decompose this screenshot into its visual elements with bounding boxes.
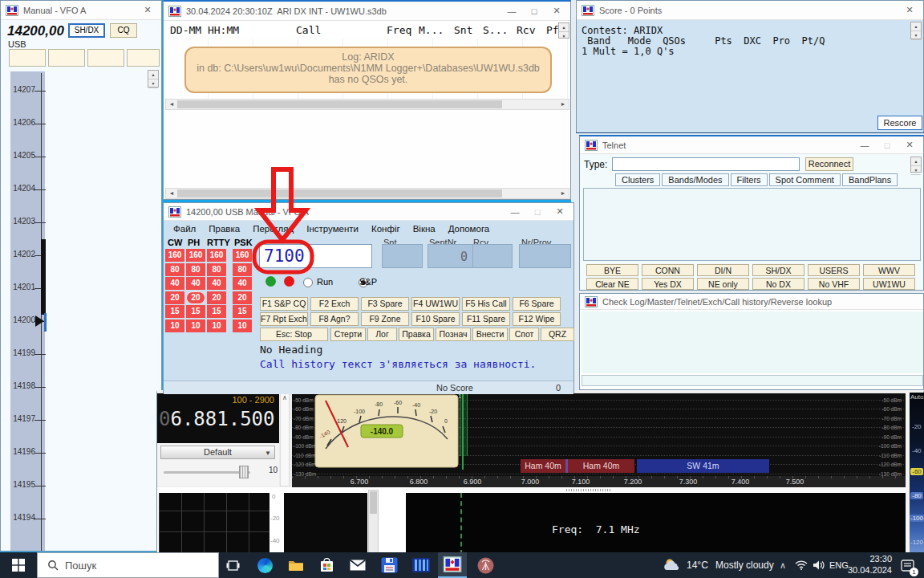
vfo-memo-box[interactable] bbox=[48, 49, 85, 67]
band-button-psk-15[interactable]: 15 bbox=[233, 305, 252, 318]
store-button[interactable]: Внести bbox=[472, 328, 508, 341]
band-button-cw-40[interactable]: 40 bbox=[165, 277, 184, 290]
f2-button[interactable]: F2 Exch bbox=[310, 297, 359, 311]
check-pane-history[interactable] bbox=[906, 311, 923, 373]
band-button-cw-20[interactable]: 20 bbox=[165, 291, 184, 304]
log-titlebar[interactable]: 30.04.2024 20:30:10Z ARI DX INT - UW1WU.… bbox=[164, 2, 570, 21]
edge-browser-button[interactable] bbox=[253, 552, 276, 578]
menu-file[interactable]: Файл bbox=[173, 224, 196, 234]
band-button-ph-80[interactable]: 80 bbox=[186, 263, 205, 276]
band-button-ph-160[interactable]: 160 bbox=[186, 249, 205, 262]
f5-button[interactable]: F5 His Call bbox=[462, 297, 510, 311]
band-button-rtty-15[interactable]: 15 bbox=[207, 305, 226, 318]
telnet-type-input[interactable] bbox=[612, 157, 800, 171]
check-pane-master[interactable] bbox=[662, 311, 743, 373]
log-column[interactable]: Freq bbox=[387, 24, 411, 36]
band-button-cw-160[interactable]: 160 bbox=[165, 249, 184, 262]
f3-button[interactable]: F3 Spare bbox=[361, 297, 409, 311]
band-button-rtty-160[interactable]: 160 bbox=[207, 249, 226, 262]
log-scroll-spinner[interactable]: ▲ ▼ bbox=[558, 22, 569, 39]
log-hscrollbar-upper[interactable]: ◄ ► bbox=[165, 99, 569, 110]
telnet-users-button[interactable]: USERS bbox=[808, 264, 860, 276]
weather-condition[interactable]: Mostly cloudy bbox=[715, 552, 774, 578]
weather-icon[interactable] bbox=[661, 552, 685, 578]
cq-button[interactable]: CQ bbox=[110, 23, 137, 38]
maximize-icon[interactable]: □ bbox=[525, 6, 543, 16]
menu-config[interactable]: Конфіг bbox=[371, 224, 400, 234]
telnet-callsign-button[interactable]: UW1WU bbox=[863, 278, 915, 290]
vfo-memo-box[interactable] bbox=[127, 49, 160, 67]
minimize-icon[interactable]: — bbox=[856, 140, 873, 150]
level-scale-button[interactable]: -100 bbox=[910, 515, 924, 522]
spectrum-app-button[interactable] bbox=[407, 552, 435, 578]
sdr-left-scrollbar[interactable]: ∧ bbox=[280, 393, 290, 486]
log-column[interactable]: DD-MM HH:MM bbox=[170, 24, 239, 36]
scroll-dots-handle[interactable] bbox=[566, 489, 610, 491]
sentnr-field[interactable]: 0 bbox=[428, 244, 473, 268]
tab-filters[interactable]: Filters bbox=[731, 173, 768, 186]
spinner-down-icon[interactable]: ▼ bbox=[148, 79, 158, 88]
close-icon[interactable]: ✕ bbox=[901, 5, 918, 15]
band-button-psk-20[interactable]: 20 bbox=[233, 291, 252, 304]
tuning-line[interactable] bbox=[462, 393, 464, 470]
band-button-rtty-10[interactable]: 10 bbox=[207, 320, 226, 332]
bandmap-zoom-spinner[interactable]: ▲ ▼ bbox=[148, 70, 159, 88]
esc-stop-button[interactable]: Esc: Stop bbox=[260, 328, 328, 341]
spinner-up-icon[interactable]: ▲ bbox=[911, 22, 921, 31]
store-button[interactable] bbox=[314, 552, 338, 578]
auto-level-label[interactable]: Auto bbox=[910, 393, 923, 401]
nrprov-field[interactable] bbox=[519, 244, 571, 268]
spot-button[interactable]: Спот bbox=[509, 328, 539, 341]
telnet-yes-dx-button[interactable]: Yes DX bbox=[642, 278, 694, 290]
band-button-psk-160[interactable]: 160 bbox=[233, 249, 252, 262]
edit-button[interactable]: Правка bbox=[399, 328, 434, 341]
callsign-input[interactable]: 7100 bbox=[259, 244, 372, 268]
notification-center-button[interactable]: 1 bbox=[895, 552, 919, 578]
f7-button[interactable]: F7 Rpt Exch bbox=[260, 312, 308, 326]
log-column[interactable]: Call bbox=[296, 24, 321, 36]
f10-button[interactable]: F10 Spare bbox=[411, 312, 460, 326]
bandmap-strip[interactable] bbox=[10, 71, 45, 551]
band-button-cw-10[interactable]: 10 bbox=[165, 320, 184, 332]
score-spinner[interactable]: ▲ ▼ bbox=[910, 22, 922, 39]
search-input[interactable]: Пошук bbox=[37, 552, 219, 578]
spinner-down-icon[interactable]: ▼ bbox=[911, 166, 921, 175]
run-radio-label[interactable]: Run bbox=[317, 277, 333, 287]
telnet-shdx-button[interactable]: SH/DX bbox=[752, 264, 804, 276]
close-icon[interactable]: ✕ bbox=[901, 140, 918, 150]
task-view-button[interactable] bbox=[221, 552, 244, 578]
start-button[interactable] bbox=[0, 552, 37, 578]
log-column[interactable]: M... bbox=[419, 24, 444, 36]
waterfall-display[interactable]: Freq: 7.1 MHz bbox=[406, 493, 907, 555]
log-grid-lower[interactable] bbox=[164, 110, 570, 188]
telnet-titlebar[interactable]: Telnet — □ ✕ bbox=[580, 136, 923, 154]
band-button-psk-80[interactable]: 80 bbox=[233, 263, 252, 276]
mail-button[interactable] bbox=[345, 552, 371, 578]
telnet-clear-ne-button[interactable]: Clear NE bbox=[586, 278, 638, 290]
level-scale-current[interactable]: -60 bbox=[910, 468, 923, 475]
tab-bands-modes[interactable]: Bands/Modes bbox=[662, 173, 728, 186]
telnet-bye-button[interactable]: BYE bbox=[586, 264, 638, 276]
band-button-ph-40[interactable]: 40 bbox=[186, 277, 205, 290]
check-pane-exch[interactable] bbox=[824, 311, 906, 373]
audio-scrollbar[interactable] bbox=[368, 490, 379, 553]
frequency-scale[interactable]: 6.700 6.800 6.900 7.000 7.100 7.200 7.30… bbox=[292, 476, 906, 487]
tuning-passband[interactable] bbox=[460, 393, 468, 456]
band-button-ph-15[interactable]: 15 bbox=[186, 305, 205, 318]
menu-tools[interactable]: Інструменти bbox=[306, 224, 359, 234]
vfo-memo-box[interactable] bbox=[87, 49, 124, 67]
scroll-left-icon[interactable]: ◄ bbox=[166, 100, 177, 109]
telnet-din-button[interactable]: DI/N bbox=[697, 264, 749, 276]
clock[interactable]: 23:30 30.04.2024 bbox=[852, 552, 892, 578]
menu-help[interactable]: Допомога bbox=[448, 224, 490, 234]
menu-windows[interactable]: Вікна bbox=[413, 224, 436, 234]
f11-button[interactable]: F11 Spare bbox=[462, 312, 510, 326]
rcv-field[interactable] bbox=[472, 244, 513, 268]
telnet-conn-button[interactable]: CONN bbox=[642, 264, 694, 276]
telnet-feed-pane[interactable] bbox=[583, 188, 921, 261]
band-button-ph-10[interactable]: 10 bbox=[186, 320, 205, 332]
spinner-up-icon[interactable]: ▲ bbox=[559, 23, 569, 32]
f6-button[interactable]: F6 Spare bbox=[513, 297, 561, 311]
snt-field[interactable] bbox=[382, 244, 423, 268]
wifi-button[interactable] bbox=[792, 552, 810, 578]
